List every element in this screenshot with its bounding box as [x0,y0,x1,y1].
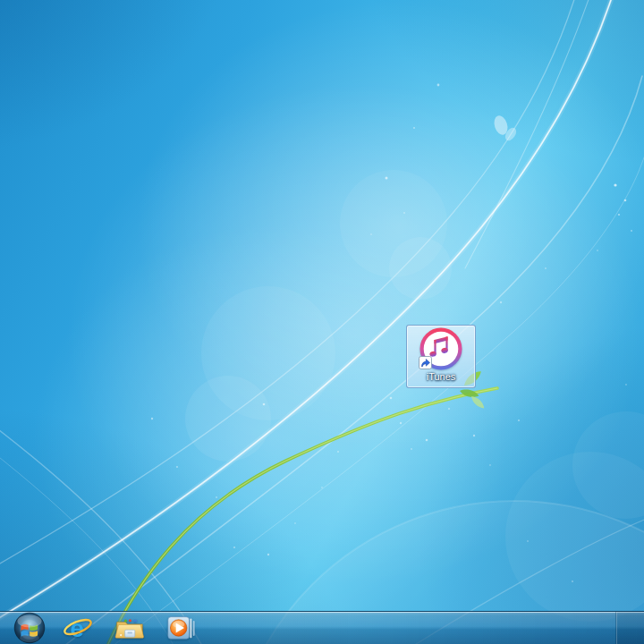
svg-text:e: e [70,614,84,642]
start-button[interactable] [11,612,48,644]
taskbar-item-internet-explorer[interactable]: e [63,614,93,642]
taskbar: e [0,611,644,644]
taskbar-item-windows-media-player[interactable] [166,614,197,642]
desktop-surface[interactable]: iTunes [0,0,644,644]
windows-media-player-icon [166,614,197,641]
taskbar-pinned-items: e [63,612,197,644]
windows-logo-icon [11,612,48,644]
shortcut-arrow-icon [419,356,432,369]
desktop-icon-label: iTunes [407,370,475,385]
internet-explorer-icon: e [63,614,93,642]
system-tray-region[interactable] [616,612,644,644]
windows-explorer-icon [114,614,145,642]
taskbar-item-windows-explorer[interactable] [114,614,145,642]
desktop-icon-itunes[interactable]: iTunes [406,325,476,388]
wallpaper [0,0,644,644]
